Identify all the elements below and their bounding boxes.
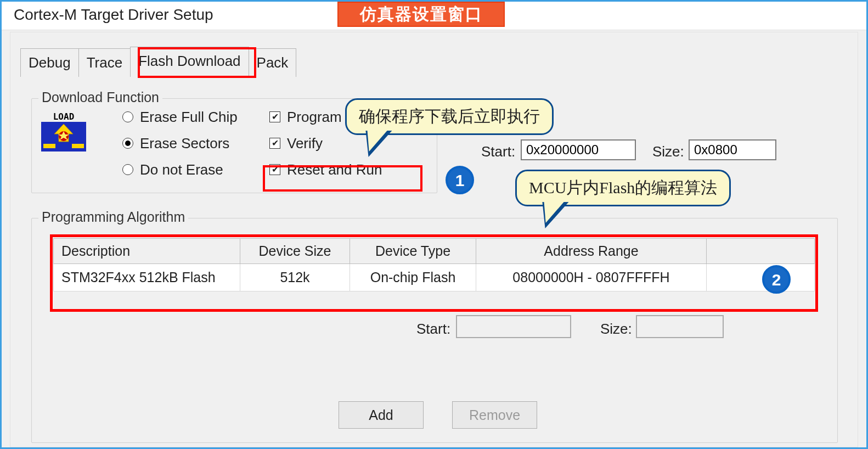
tab-trace[interactable]: Trace <box>78 48 131 77</box>
flash-checkbox-group: Program Verify Reset and Run <box>269 104 382 183</box>
checkbox-reset-and-run[interactable] <box>269 164 280 175</box>
title-bar: Cortex-M Target Driver Setup 仿真器设置窗口 <box>2 2 866 30</box>
ram-size-label: Size: <box>652 143 684 160</box>
ram-size-input[interactable] <box>689 139 776 160</box>
add-button[interactable]: Add <box>339 401 424 429</box>
radio-do-not-erase[interactable] <box>122 164 133 175</box>
svg-rect-4 <box>72 144 84 148</box>
algorithm-table: Description Device Size Device Type Addr… <box>53 238 815 291</box>
checkbox-verify-label: Verify <box>287 135 323 152</box>
checkbox-reset-and-run-label: Reset and Run <box>287 161 382 178</box>
th-blank <box>707 239 815 264</box>
annotation-circle-1: 1 <box>446 166 474 194</box>
th-device-type[interactable]: Device Type <box>350 239 476 264</box>
svg-text:LOAD: LOAD <box>53 112 75 122</box>
ram-start-input[interactable] <box>521 139 636 160</box>
checkbox-verify[interactable] <box>269 138 280 149</box>
checkbox-program[interactable] <box>269 111 280 122</box>
radio-do-not-erase-label: Do not Erase <box>140 161 223 178</box>
annotation-callout-2-text: MCU片内Flash的编程算法 <box>529 178 717 197</box>
alg-start-input <box>456 315 571 338</box>
cell-address-range: 08000000H - 0807FFFFH <box>476 264 707 291</box>
load-icon: LOAD <box>41 112 86 151</box>
cell-description: STM32F4xx 512kB Flash <box>54 264 240 291</box>
erase-radio-group: Erase Full Chip Erase Sectors Do not Era… <box>122 104 238 183</box>
tab-strip: Debug Trace Flash Download Pack <box>20 48 296 77</box>
annotation-badge-top: 仿真器设置窗口 <box>337 2 505 27</box>
radio-erase-sectors[interactable] <box>122 138 133 149</box>
alg-start-label: Start: <box>416 321 450 338</box>
tab-debug[interactable]: Debug <box>20 48 79 77</box>
radio-erase-sectors-label: Erase Sectors <box>140 135 229 152</box>
tab-flash-download[interactable]: Flash Download <box>130 47 249 77</box>
ram-start-label: Start: <box>481 143 515 160</box>
th-description[interactable]: Description <box>54 239 240 264</box>
radio-erase-full-chip-label: Erase Full Chip <box>140 109 238 126</box>
th-address-range[interactable]: Address Range <box>476 239 707 264</box>
alg-size-input <box>636 315 724 338</box>
client-area: Debug Trace Flash Download Pack Download… <box>10 32 858 447</box>
cell-device-type: On-chip Flash <box>350 264 476 291</box>
alg-size-label: Size: <box>600 321 632 338</box>
radio-erase-full-chip[interactable] <box>122 111 133 122</box>
table-row[interactable]: STM32F4xx 512kB Flash 512k On-chip Flash… <box>54 264 815 291</box>
checkbox-program-label: Program <box>287 109 342 126</box>
tab-pack[interactable]: Pack <box>249 48 297 77</box>
target-driver-setup-window: Cortex-M Target Driver Setup 仿真器设置窗口 Deb… <box>0 0 868 449</box>
annotation-callout-2: MCU片内Flash的编程算法 <box>515 170 731 206</box>
table-header-row: Description Device Size Device Type Addr… <box>54 239 815 264</box>
remove-button: Remove <box>452 401 537 429</box>
cell-device-size: 512k <box>240 264 350 291</box>
window-title: Cortex-M Target Driver Setup <box>14 6 213 24</box>
th-device-size[interactable]: Device Size <box>240 239 350 264</box>
cell-blank <box>707 264 815 291</box>
programming-algorithm-legend: Programming Algorithm <box>38 209 188 225</box>
download-function-legend: Download Function <box>38 89 162 105</box>
svg-rect-3 <box>43 144 55 148</box>
